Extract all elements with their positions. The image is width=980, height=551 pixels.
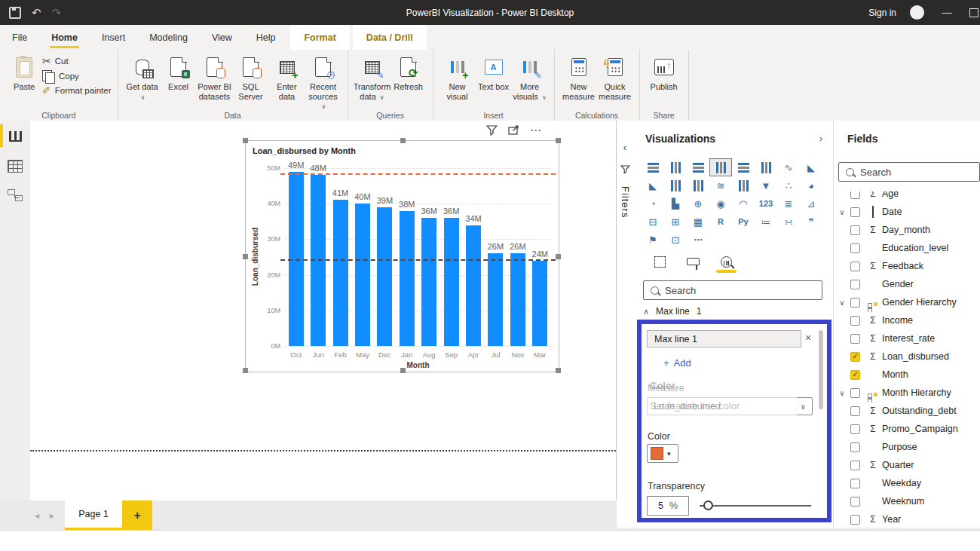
field-checkbox[interactable]: [850, 497, 860, 507]
selection-handle[interactable]: [243, 254, 248, 259]
field-checkbox[interactable]: [850, 225, 860, 235]
field-item-day-month[interactable]: ΣDay_month: [834, 221, 980, 239]
min-reference-line[interactable]: [280, 259, 556, 261]
viz-type-gauge[interactable]: ◠: [732, 194, 755, 213]
field-checkbox[interactable]: [850, 191, 860, 199]
field-checkbox[interactable]: [850, 298, 860, 308]
field-checkbox[interactable]: [850, 442, 860, 452]
tab-analytics[interactable]: [721, 250, 732, 273]
selection-handle[interactable]: [556, 254, 561, 259]
field-item-quarter[interactable]: ΣQuarter: [834, 456, 980, 474]
menu-tab-file[interactable]: File: [0, 25, 39, 50]
field-checkbox[interactable]: [850, 479, 860, 488]
viz-type-line-chart[interactable]: ∿: [777, 158, 800, 176]
previous-page-icon[interactable]: ◂: [35, 510, 39, 521]
viz-type-arcgis-map[interactable]: ⚑: [642, 231, 664, 249]
transform-data-button[interactable]: ✎Transform data ∨: [354, 53, 390, 101]
viz-type-kpi[interactable]: ⊿: [800, 194, 822, 213]
bar-jan[interactable]: [400, 211, 415, 346]
sql-server-button[interactable]: SQL Server: [233, 53, 269, 101]
bar-nov[interactable]: [510, 253, 525, 346]
field-item-income[interactable]: ΣIncome: [834, 311, 980, 329]
bar-jul[interactable]: [488, 253, 503, 346]
publish-button[interactable]: Publish: [646, 53, 682, 92]
field-item-month[interactable]: Month: [834, 366, 980, 384]
selection-handle[interactable]: [556, 138, 561, 143]
field-item-gender-hierarchy[interactable]: ∨Gender Hierarchy: [834, 293, 980, 311]
cut-button[interactable]: ✂Cut: [42, 56, 112, 66]
field-item-loan-disbursed[interactable]: ΣLoan_disbursed: [834, 347, 980, 366]
contextual-tab-format[interactable]: Format: [290, 25, 349, 50]
menu-tab-modeling[interactable]: Modeling: [137, 25, 200, 50]
bar-aug[interactable]: [421, 218, 436, 346]
menu-tab-view[interactable]: View: [200, 25, 244, 50]
paste-button[interactable]: Paste: [6, 53, 42, 92]
selection-handle[interactable]: [400, 138, 406, 143]
menu-tab-help[interactable]: Help: [244, 25, 288, 50]
field-checkbox[interactable]: [850, 352, 860, 362]
viz-type-python-visual[interactable]: Py: [732, 213, 755, 231]
max-reference-line[interactable]: [280, 173, 556, 175]
viz-type-scatter-chart[interactable]: ∴: [777, 176, 800, 194]
selection-handle[interactable]: [400, 368, 406, 373]
viz-type-table[interactable]: ⊞: [664, 213, 687, 231]
field-item-weekday[interactable]: Weekday: [834, 474, 980, 492]
expand-chevron-icon[interactable]: ∨: [834, 389, 850, 397]
power-bi-datasets-button[interactable]: Power BI datasets: [197, 53, 233, 101]
excel-button[interactable]: XExcel: [161, 53, 197, 92]
field-checkbox[interactable]: [850, 280, 860, 289]
avatar[interactable]: [910, 5, 924, 20]
field-item-month-hierarchy[interactable]: ∨Month Hierarchy: [834, 384, 980, 402]
viz-type-pie-chart[interactable]: ◕: [800, 176, 822, 194]
analytics-search-input[interactable]: Search: [643, 280, 822, 300]
field-checkbox[interactable]: [850, 370, 860, 380]
more-visuals-button[interactable]: ✎More visuals ∨: [512, 53, 548, 101]
viz-type-funnel-chart[interactable]: ▼: [755, 176, 777, 194]
collapse-visualizations-icon[interactable]: ›: [819, 133, 822, 144]
viz-type-r-script-visual[interactable]: R: [709, 213, 732, 231]
copy-button[interactable]: Copy: [42, 70, 112, 81]
bar-sep[interactable]: [444, 218, 459, 346]
viz-type-matrix[interactable]: ▦: [687, 213, 709, 231]
text-box-button[interactable]: AText box: [476, 53, 512, 92]
get-data-button[interactable]: Get data ∨: [124, 53, 161, 101]
enter-data-button[interactable]: +Enter data: [269, 53, 305, 101]
viz-type-key-influencers[interactable]: ≔: [755, 213, 777, 231]
page-tab[interactable]: Page 1: [65, 500, 122, 530]
bar-may[interactable]: [355, 204, 370, 346]
field-item-interest-rate[interactable]: ΣInterest_rate: [834, 329, 980, 347]
menu-tab-home[interactable]: Home: [39, 25, 90, 50]
quick-measure-button[interactable]: ϟQuick measure: [597, 53, 633, 101]
filters-pane-label[interactable]: Filters: [620, 186, 631, 218]
field-item-weeknum[interactable]: Weeknum: [834, 492, 980, 510]
viz-type-clustered-bar-chart[interactable]: [687, 158, 709, 176]
next-page-icon[interactable]: ▸: [50, 510, 54, 521]
bar-mar[interactable]: [532, 261, 547, 346]
refresh-button[interactable]: ⟳Refresh: [390, 53, 427, 92]
field-checkbox[interactable]: [850, 406, 860, 416]
viz-type-power-apps[interactable]: ⊡: [664, 231, 687, 249]
bar-dec[interactable]: [377, 207, 392, 346]
viz-type-stacked-column-chart[interactable]: [664, 158, 687, 176]
viz-type-line-and-clustered-column-chart[interactable]: [687, 176, 709, 194]
field-item-promo-campaign[interactable]: ΣPromo_Campaign: [834, 420, 980, 438]
selection-handle[interactable]: [556, 368, 561, 373]
viz-type-card[interactable]: 123: [755, 194, 777, 213]
bar-feb[interactable]: [333, 200, 348, 346]
filter-icon[interactable]: [486, 125, 498, 136]
field-item-education-level[interactable]: Education_level: [834, 239, 980, 257]
expand-chevron-icon[interactable]: ∨: [834, 298, 850, 307]
tab-fields[interactable]: [654, 250, 666, 273]
contextual-tab-data---drill[interactable]: Data / Drill: [353, 25, 427, 50]
viz-type-treemap[interactable]: ▙: [664, 194, 687, 213]
bar-chart-visual[interactable]: Loan_disbursed by Month 0M10M20M30M40M50…: [245, 140, 559, 372]
new-measure-button[interactable]: New measure: [561, 53, 597, 101]
viz-type-filled-map[interactable]: ◉: [709, 194, 732, 213]
fields-search-input[interactable]: Search: [838, 162, 980, 182]
field-checkbox[interactable]: [850, 334, 860, 344]
report-canvas[interactable]: ⋯ Loan_disbursed by Month 0M10M20M30M40M…: [30, 121, 617, 500]
viz-type-map[interactable]: ⊕: [687, 194, 709, 213]
selection-handle[interactable]: [243, 368, 248, 373]
viz-type-stacked-bar-chart[interactable]: [642, 158, 664, 176]
field-checkbox[interactable]: [850, 262, 860, 271]
